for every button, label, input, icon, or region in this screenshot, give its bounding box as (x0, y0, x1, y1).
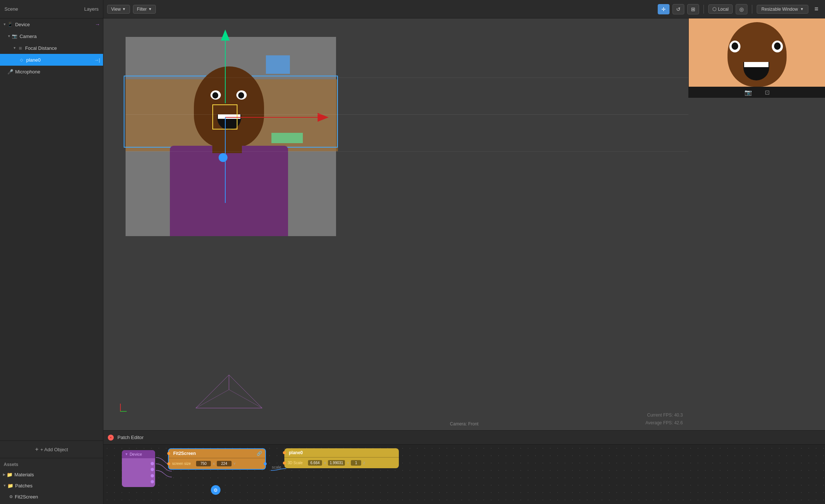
assets-header: Assets (0, 460, 103, 469)
camera-preview-controls: 📷 ⊡ (689, 87, 825, 98)
blue-rect-object (266, 55, 290, 74)
add-object-label: + Add Object (40, 447, 68, 452)
tree-item-patches[interactable]: ▼ 📁 Patches (0, 480, 103, 491)
patch-close-button[interactable]: × (108, 435, 114, 441)
y-axis-label: Y (233, 462, 236, 466)
plane0-z-axis: Z (363, 461, 365, 465)
screen-size-label: screen size (172, 462, 194, 466)
scene-tree: ▼ 📱 Device → ▼ 📷 Camera ▼ ⊞ Focal Distan… (0, 18, 103, 441)
scene-label: Scene (0, 6, 23, 12)
camera-icon-preview[interactable]: 📷 (744, 89, 752, 96)
tree-item-camera[interactable]: ▼ 📷 Camera (0, 30, 103, 42)
plane0-y-axis: Y (347, 461, 349, 465)
plane0-patch-node[interactable]: plane0 3D Scale 6.664 X 1.99031 Y (284, 448, 399, 468)
tree-item-materials[interactable]: ▶ 📁 Materials (0, 469, 103, 480)
device-patch-node[interactable]: ▼ Device (122, 450, 155, 487)
left-panel: ▼ 📱 Device → ▼ 📷 Camera ▼ ⊞ Focal Distan… (0, 18, 103, 504)
device-node-header: ▼ Device (122, 450, 155, 458)
add-object-button[interactable]: + + Add Object (0, 441, 103, 458)
materials-label: Materials (14, 472, 34, 477)
add-icon: + (35, 446, 38, 453)
plane0-node-header: plane0 (284, 448, 399, 458)
patches-folder-icon: 📁 (7, 483, 13, 489)
plane0-x-axis: X (324, 461, 326, 465)
fit2screen-header: Fit2Screen 🔗 (169, 449, 265, 458)
plane0-label: plane0 (26, 57, 41, 63)
fit2screen-body: screen size 750 X 224 Y (169, 458, 265, 469)
viewport-toolbar: View ▼ Filter ▼ ✛ ↺ ⊞ ⬡ Local ◎ Resizabl… (103, 0, 825, 18)
viewport-3d: 📷 ⊡ Camera: Front Current FPS: 40.3 Aver… (103, 18, 825, 430)
patch-editor-header: × Patch Editor (103, 431, 825, 445)
transform-rotate-button[interactable]: ↺ (672, 4, 684, 14)
tree-item-microphone[interactable]: 🎤 Microphone (0, 66, 103, 77)
x-axis-label: X (213, 462, 215, 466)
filter-button[interactable]: Filter ▼ (133, 5, 156, 14)
3d-scale-label: 3D Scale (288, 461, 306, 465)
svg-marker-7 (229, 375, 262, 408)
layers-label: Layers (80, 6, 103, 12)
transform-move-button[interactable]: ✛ (658, 4, 670, 14)
screenshot-icon[interactable]: ⊡ (765, 89, 770, 96)
camera-front-label: Camera: Front (450, 421, 478, 427)
device-label: Device (15, 22, 30, 27)
microphone-icon: 🎤 (7, 69, 13, 75)
camera-icon: 📷 (12, 33, 18, 39)
fps-current: Current FPS: 40.3 (646, 411, 683, 419)
patch-canvas[interactable]: ▼ Device (103, 445, 825, 504)
fps-counter: Current FPS: 40.3 Average FPS: 42.6 (646, 411, 683, 427)
target-button[interactable]: ◎ (736, 4, 747, 14)
focal-icon: ⊞ (17, 45, 23, 51)
tree-item-device[interactable]: ▼ 📱 Device → (0, 18, 103, 30)
plane0-icon: ◇ (18, 57, 24, 63)
scale-label: scale (272, 465, 281, 469)
fit2screen-patch-node[interactable]: Fit2Screen 🔗 screen size 750 X 224 (168, 448, 266, 470)
link-icon[interactable]: 🔗 (257, 451, 262, 456)
svg-marker-6 (196, 375, 229, 408)
camera-preview: 📷 ⊡ (688, 18, 825, 98)
fit2screen-label: Fit2Screen (15, 494, 38, 500)
scale-z-input[interactable]: 1 (351, 460, 361, 466)
hamburger-button[interactable]: ≡ (811, 4, 821, 14)
tree-item-focal[interactable]: ▼ ⊞ Focal Distance (0, 42, 103, 54)
microphone-label: Microphone (15, 69, 40, 75)
patch-icon: ⚙ (9, 494, 13, 499)
device-icon: 📱 (7, 21, 13, 27)
screen-size-x-input[interactable]: 750 (196, 461, 211, 466)
green-rect-object (271, 133, 303, 143)
assets-section: Assets ▶ 📁 Materials ▼ 📁 Patches ⚙ Fit2S… (0, 458, 103, 504)
gear-icon[interactable]: ⚙ (211, 485, 220, 495)
fit2screen-title: Fit2Screen (173, 451, 196, 456)
tree-item-plane0[interactable]: ◇ plane0 →| (0, 54, 103, 66)
plane0-node-body: 3D Scale 6.664 X 1.99031 Y 1 Z (284, 458, 399, 468)
tree-item-fit2screen[interactable]: ⚙ Fit2Screen (0, 491, 103, 502)
scale-y-input[interactable]: 1.99031 (328, 460, 345, 466)
svg-marker-5 (196, 375, 262, 408)
selection-box (212, 104, 237, 130)
camera-label-tree: Camera (20, 34, 37, 39)
patch-editor-title: Patch Editor (117, 435, 144, 440)
transform-scale-button[interactable]: ⊞ (687, 4, 699, 14)
blue-handle-dot[interactable] (219, 153, 227, 162)
screen-size-y-input[interactable]: 224 (217, 461, 232, 466)
patches-label: Patches (15, 483, 32, 489)
folder-icon: 📁 (7, 472, 13, 477)
scale-x-input[interactable]: 6.664 (308, 460, 322, 466)
fps-average: Average FPS: 42.6 (646, 419, 683, 427)
resizable-window-button[interactable]: Resizable Window ▼ (757, 5, 809, 14)
focal-label: Focal Distance (25, 45, 57, 51)
view-button[interactable]: View ▼ (107, 5, 130, 14)
patch-editor: × Patch Editor ▼ Device (103, 430, 825, 504)
local-button[interactable]: ⬡ Local (708, 4, 733, 14)
